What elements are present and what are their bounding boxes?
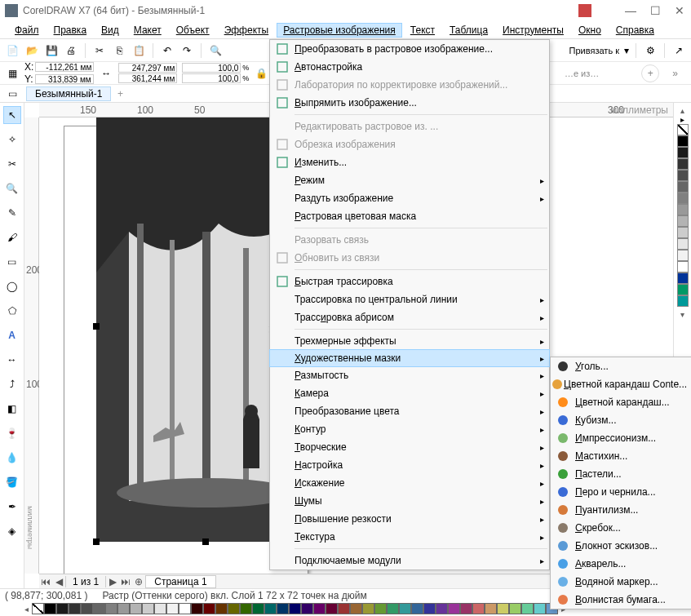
pick-tool-icon[interactable]: ▭ xyxy=(5,86,20,101)
connector-tool[interactable]: ⤴ xyxy=(3,375,21,393)
color-swatch[interactable] xyxy=(677,295,689,307)
add-docker-button[interactable]: + xyxy=(641,64,659,82)
color-swatch[interactable] xyxy=(56,603,69,614)
palette-scroll-down[interactable]: ▾ xyxy=(680,310,684,319)
undo-icon[interactable]: ↶ xyxy=(160,43,175,58)
polygon-tool[interactable]: ⬠ xyxy=(3,302,21,320)
drop-shadow-tool[interactable]: ◧ xyxy=(3,400,21,418)
color-swatch[interactable] xyxy=(166,603,179,614)
color-swatch[interactable] xyxy=(387,603,399,614)
menu-item[interactable]: Искажение▸ xyxy=(270,474,549,492)
freehand-tool[interactable]: ✎ xyxy=(3,204,21,222)
color-swatch[interactable] xyxy=(191,603,203,614)
menu-effects[interactable]: Эффекты xyxy=(218,23,276,38)
add-document-button[interactable]: + xyxy=(113,86,127,101)
color-swatch[interactable] xyxy=(677,135,689,147)
color-swatch[interactable] xyxy=(677,238,689,250)
color-swatch[interactable] xyxy=(423,603,436,614)
menu-text[interactable]: Текст xyxy=(404,23,441,38)
menu-item[interactable]: Преобразовать в растровое изображение... xyxy=(270,40,549,58)
menu-table[interactable]: Таблица xyxy=(443,23,494,38)
color-swatch[interactable] xyxy=(677,250,689,261)
page-prev-button[interactable]: ◀ xyxy=(52,576,65,587)
new-icon[interactable]: 📄 xyxy=(5,43,20,58)
color-swatch[interactable] xyxy=(677,147,689,158)
menu-view[interactable]: Вид xyxy=(95,23,126,38)
redo-icon[interactable]: ↷ xyxy=(179,43,194,58)
rectangle-tool[interactable]: ▭ xyxy=(3,253,21,271)
color-swatch[interactable] xyxy=(228,603,240,614)
x-input[interactable] xyxy=(35,62,94,72)
no-color-swatch[interactable] xyxy=(677,124,689,135)
color-swatch[interactable] xyxy=(81,603,93,614)
color-swatch[interactable] xyxy=(105,603,117,614)
menu-item[interactable]: Автонастройка xyxy=(270,58,549,76)
color-swatch[interactable] xyxy=(289,603,301,614)
color-swatch[interactable] xyxy=(203,603,215,614)
submenu-item[interactable]: Скребок... xyxy=(551,519,691,537)
color-swatch[interactable] xyxy=(154,603,166,614)
submenu-item[interactable]: Цветной карандаш... xyxy=(551,393,691,411)
ellipse-tool[interactable]: ◯ xyxy=(3,277,21,295)
maximize-button[interactable]: ☐ xyxy=(649,4,662,17)
ruler-vertical[interactable]: 200 100 миллиметры xyxy=(24,117,39,574)
color-swatch[interactable] xyxy=(677,215,689,227)
color-swatch[interactable] xyxy=(252,603,264,614)
menu-item[interactable]: Растровая цветовая маска xyxy=(270,207,549,225)
menu-item[interactable]: Быстрая трассировка xyxy=(270,273,549,290)
search-icon[interactable]: 🔍 xyxy=(208,43,223,58)
menu-item[interactable]: Трассировка по центральной линии▸ xyxy=(270,290,549,308)
color-swatch[interactable] xyxy=(301,603,313,614)
color-swatch[interactable] xyxy=(93,603,105,614)
menu-item[interactable]: Творческие▸ xyxy=(270,438,549,456)
menu-item[interactable]: Режим▸ xyxy=(270,171,549,189)
menu-item[interactable]: Настройка▸ xyxy=(270,456,549,474)
shape-tool[interactable]: ✧ xyxy=(3,131,21,148)
outline-tool[interactable]: ✒ xyxy=(3,498,21,516)
submenu-item[interactable]: Кубизм... xyxy=(551,411,691,429)
menu-item[interactable]: Выпрямить изображение... xyxy=(270,94,549,112)
page-add-button[interactable]: ⊕ xyxy=(132,576,145,587)
color-swatch[interactable] xyxy=(142,603,154,614)
eyedropper-tool[interactable]: 💧 xyxy=(3,449,21,467)
color-swatch[interactable] xyxy=(521,603,534,614)
open-icon[interactable]: 📂 xyxy=(24,43,39,58)
submenu-item[interactable]: Акварель... xyxy=(551,555,691,573)
color-swatch[interactable] xyxy=(677,227,689,238)
menu-item[interactable]: Подключаемые модули▸ xyxy=(270,552,549,569)
submenu-item[interactable]: Блокнот эскизов... xyxy=(551,537,691,555)
color-swatch[interactable] xyxy=(362,603,374,614)
color-swatch[interactable] xyxy=(277,603,289,614)
color-swatch[interactable] xyxy=(460,603,472,614)
minimize-button[interactable]: — xyxy=(624,4,637,17)
crop-tool[interactable]: ✂ xyxy=(3,155,21,173)
menu-tools[interactable]: Инструменты xyxy=(496,23,570,38)
page-next-button[interactable]: ▶ xyxy=(106,576,119,587)
menu-edit[interactable]: Правка xyxy=(47,23,94,38)
close-button[interactable]: ✕ xyxy=(673,4,686,17)
fill-tool[interactable]: 🪣 xyxy=(3,473,21,491)
menu-item[interactable]: Камера▸ xyxy=(270,384,549,402)
color-swatch[interactable] xyxy=(264,603,277,614)
submenu-item[interactable]: Уголь... xyxy=(551,357,691,375)
menu-layout[interactable]: Макет xyxy=(127,23,168,38)
menu-item[interactable]: Повышение резкости▸ xyxy=(270,510,549,528)
submenu-item[interactable]: Цветной карандаш Conte... xyxy=(551,375,691,393)
lock-ratio-icon[interactable]: 🔒 xyxy=(254,66,268,81)
color-swatch[interactable] xyxy=(677,261,689,273)
artistic-media-tool[interactable]: 🖌 xyxy=(3,228,21,246)
smartfill-tool[interactable]: ◈ xyxy=(3,522,21,540)
color-swatch[interactable] xyxy=(44,603,56,614)
menu-window[interactable]: Окно xyxy=(572,23,608,38)
color-swatch[interactable] xyxy=(677,193,689,204)
color-swatch[interactable] xyxy=(130,603,142,614)
print-icon[interactable]: 🖨 xyxy=(64,43,78,58)
color-swatch[interactable] xyxy=(374,603,387,614)
color-swatch[interactable] xyxy=(497,603,509,614)
docker-expand-icon[interactable]: » xyxy=(672,68,678,79)
page-tab[interactable]: Страница 1 xyxy=(145,575,215,588)
scale-x-input[interactable] xyxy=(182,63,241,73)
page-first-button[interactable]: ⏮ xyxy=(39,576,52,587)
color-swatch[interactable] xyxy=(411,603,423,614)
submenu-item[interactable]: Пуантилизм... xyxy=(551,501,691,519)
